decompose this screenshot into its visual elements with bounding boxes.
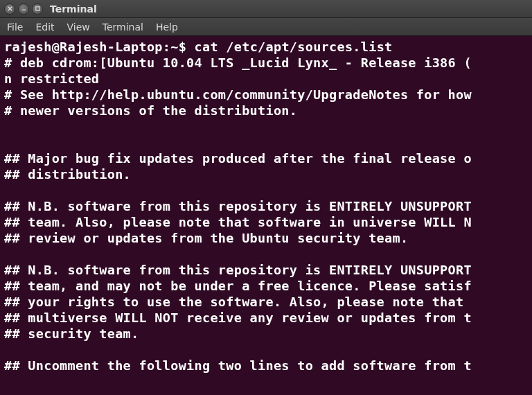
menu-view[interactable]: View — [67, 21, 90, 33]
window-titlebar: Terminal — [0, 0, 532, 18]
terminal-text: rajesh@Rajesh-Laptop:~$ cat /etc/apt/sou… — [4, 39, 528, 374]
menu-edit[interactable]: Edit — [35, 21, 54, 33]
close-button[interactable] — [4, 3, 15, 15]
menubar: File Edit View Terminal Help — [0, 18, 532, 36]
command-text: cat /etc/apt/sources.list — [195, 40, 393, 54]
minimize-button[interactable] — [18, 3, 29, 15]
minimize-icon — [21, 6, 27, 12]
terminal-body[interactable]: rajesh@Rajesh-Laptop:~$ cat /etc/apt/sou… — [0, 36, 532, 395]
prompt-symbol: $ — [179, 40, 186, 54]
svg-rect-0 — [35, 7, 39, 10]
window-title: Terminal — [50, 3, 97, 15]
terminal-output: # deb cdrom:[Ubuntu 10.04 LTS _Lucid Lyn… — [4, 55, 472, 373]
window-controls — [4, 3, 43, 15]
maximize-button[interactable] — [32, 3, 43, 15]
maximize-icon — [35, 6, 41, 12]
close-icon — [7, 6, 13, 12]
menu-terminal[interactable]: Terminal — [103, 21, 143, 33]
prompt-user-host: rajesh@Rajesh-Laptop — [4, 40, 163, 54]
menu-help[interactable]: Help — [156, 21, 178, 33]
prompt-path: ~ — [170, 40, 178, 54]
menu-file[interactable]: File — [7, 21, 23, 33]
